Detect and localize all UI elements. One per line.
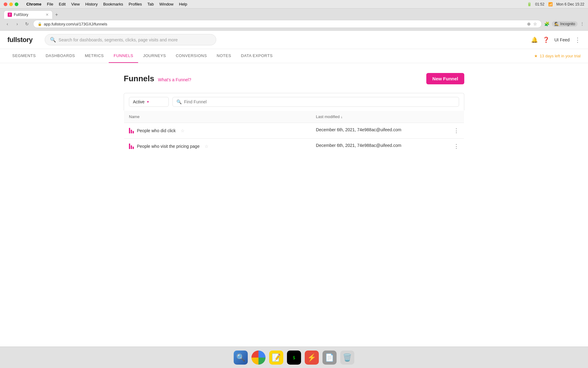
menu-view[interactable]: View [69,1,82,7]
funnel-modified-cell: December 6th, 2021, 74e988ac@uifeed.com … [311,123,464,139]
trial-star-icon: ★ [534,54,538,58]
titlebar: Chrome File Edit View History Bookmarks … [0,0,588,9]
funnel-name-cell: People who visit the pricing page ☆ [124,139,311,154]
trial-banner: ★ 13 days left in your trial [534,54,581,58]
menu-history[interactable]: History [83,1,100,7]
page-title-area: Funnels What's a Funnel? [124,74,191,83]
nav-conversions[interactable]: CONVERSIONS [171,49,212,63]
dock-reeder-icon[interactable]: ⚡ [305,351,319,365]
forward-button[interactable]: › [13,20,21,28]
address-bar: ‹ › ↻ 🔒 app.fullstory.com/ui/173GXJ/funn… [0,19,588,30]
tab-bar: f FullStory ✕ + [0,9,588,19]
row-actions-button[interactable]: ⋮ [454,143,459,150]
ui-feed-label: UI Feed [554,37,570,42]
menu-file[interactable]: File [44,1,56,7]
page-header: Funnels What's a Funnel? New Funnel [124,73,464,84]
menu-profiles[interactable]: Profiles [126,1,144,7]
more-options-icon[interactable]: ⋮ [580,21,584,26]
chevron-down-icon: ▾ [147,100,149,104]
address-text: app.fullstory.com/ui/173GXJ/funnels [44,22,525,26]
header-actions: 🔔 ❓ UI Feed ⋮ [531,36,581,44]
favorite-button[interactable]: ☆ [205,144,209,149]
bookmark-star-icon[interactable]: ☆ [533,21,537,26]
browser-tab-fullstory[interactable]: f FullStory ✕ [4,10,53,19]
battery-time: 01:52 [535,2,545,6]
tab-close-button[interactable]: ✕ [46,13,49,17]
search-bar[interactable]: 🔍 Search for dashboards, segments, click… [45,34,216,45]
menu-bar: Chrome File Edit View History Bookmarks … [24,1,190,7]
table-row[interactable]: People who did click ☆ December 6th, 202… [124,123,464,139]
funnel-chart-icon [129,128,134,133]
menu-tab[interactable]: Tab [145,1,156,7]
back-button[interactable]: ‹ [4,20,11,28]
reload-button[interactable]: ↻ [23,20,31,28]
dock: 🔍 📝 $ ⚡ 📄 🗑️ [0,347,588,368]
status-dropdown[interactable]: Active ▾ [129,97,169,107]
browser-actions: 🧩 🕵️ Incognito ⋮ [544,21,584,27]
wifi-icon: 📶 [548,2,553,6]
help-button[interactable]: ❓ [543,36,549,43]
funnel-search-wrap[interactable]: 🔍 [172,97,459,107]
extension-icon[interactable]: 🧩 [544,21,549,26]
new-funnel-button[interactable]: New Funnel [426,73,464,84]
funnels-table: Name Last modified ↓ [124,110,464,154]
traffic-lights [4,2,18,6]
status-value: Active [133,99,145,104]
funnel-name: People who visit the pricing page [137,144,200,149]
incognito-icon: 🕵️ [554,22,559,26]
dock-chrome-icon[interactable] [251,351,266,365]
datetime: Mon 6 Dec 15:22 [556,2,584,6]
whats-funnel-link[interactable]: What's a Funnel? [158,77,191,82]
modified-text: December 6th, 2021, 74e988ac@uifeed.com [316,143,401,148]
menu-help[interactable]: Help [177,1,190,7]
titlebar-left: Chrome File Edit View History Bookmarks … [4,1,190,7]
cast-icon[interactable]: ⊕ [527,21,531,26]
dock-files-icon[interactable]: 📄 [322,351,337,365]
funnel-search-input[interactable] [184,99,455,104]
table-row[interactable]: People who visit the pricing page ☆ Dece… [124,139,464,154]
search-icon: 🔍 [50,37,56,43]
dock-trash-icon[interactable]: 🗑️ [340,351,354,365]
col-modified-label: Last modified [316,114,340,119]
funnel-modified-cell: December 6th, 2021, 74e988ac@uifeed.com … [311,139,464,154]
funnel-search-icon: 🔍 [176,99,182,104]
nav-segments[interactable]: SEGMENTS [7,49,41,63]
nav-metrics[interactable]: METRICS [80,49,109,63]
search-placeholder: Search for dashboards, segments, clicks,… [58,37,178,42]
nav-journeys[interactable]: JOURNEYS [138,49,171,63]
browser-chrome: f FullStory ✕ + ‹ › ↻ 🔒 app.fullstory.co… [0,9,588,31]
app-wrapper: fullstory 🔍 Search for dashboards, segme… [0,31,588,368]
tab-favicon: f [8,13,12,17]
col-name-header: Name [124,111,311,123]
page-title: Funnels [124,74,154,83]
menu-edit[interactable]: Edit [56,1,68,7]
notifications-button[interactable]: 🔔 [531,36,538,43]
nav-dashboards[interactable]: DASHBOARDS [41,49,80,63]
trial-text: 13 days left in your trial [540,54,581,58]
funnel-name: People who did click [137,128,176,133]
app-header: fullstory 🔍 Search for dashboards, segme… [0,31,588,49]
minimize-window-button[interactable] [9,2,13,6]
menu-window[interactable]: Window [157,1,176,7]
favorite-button[interactable]: ☆ [181,128,185,133]
nav-notes[interactable]: NOTES [212,49,236,63]
dock-terminal-icon[interactable]: $ [287,351,301,365]
ui-feed-button[interactable]: UI Feed [554,37,570,42]
header-more-icon[interactable]: ⋮ [575,36,581,44]
menu-chrome[interactable]: Chrome [24,1,44,7]
modified-text: December 6th, 2021, 74e988ac@uifeed.com [316,127,401,132]
table-header-row: Name Last modified ↓ [124,111,464,123]
nav-funnels[interactable]: FUNNELS [109,49,138,63]
col-modified-header[interactable]: Last modified ↓ [311,111,464,123]
battery-icon: 🔋 [527,2,532,6]
address-input-wrap[interactable]: 🔒 app.fullstory.com/ui/173GXJ/funnels ⊕ … [33,20,542,28]
menu-bookmarks[interactable]: Bookmarks [101,1,126,7]
dock-notes-icon[interactable]: 📝 [269,351,283,365]
nav-data-exports[interactable]: DATA EXPORTS [236,49,278,63]
logo: fullstory [7,36,32,44]
new-tab-button[interactable]: + [54,11,59,19]
maximize-window-button[interactable] [15,2,18,6]
dock-finder-icon[interactable]: 🔍 [234,351,248,365]
close-window-button[interactable] [4,2,7,6]
row-actions-button[interactable]: ⋮ [454,127,459,134]
